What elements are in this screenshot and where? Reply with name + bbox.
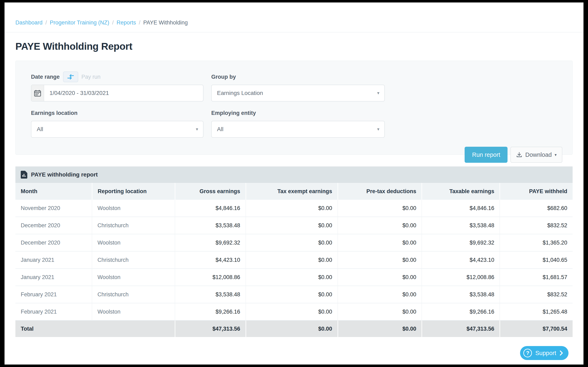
date-range-input-group [31,85,203,101]
employing-entity-value: All [217,126,223,133]
breadcrumb-current: PAYE Withholding [143,19,188,26]
table-row: February 2021 Woolston $9,266.16 $0.00 $… [16,303,572,321]
employing-entity-label: Employing entity [211,108,385,117]
table-row: December 2020 Woolston $9,692.32 $0.00 $… [16,234,572,251]
employing-entity-select[interactable]: All ▾ [211,121,385,138]
paye-report-table: Month Reporting location Gross earnings … [16,183,572,337]
total-pre-tax-deductions: $0.00 [338,321,422,337]
calendar-icon [34,89,41,97]
table-total-row: Total $47,313.56 $0.00 $0.00 $47,313.56 … [16,321,572,337]
breadcrumb-link-business[interactable]: Progenitor Training (NZ) [50,19,109,26]
chevron-down-icon: ▾ [555,152,556,157]
total-label: Total [16,321,175,337]
app-window: Dashboard / Progenitor Training (NZ) / R… [5,2,583,365]
report-table-card: PAYE withholding report Month Reporting … [16,167,572,337]
breadcrumb-separator: / [45,19,47,26]
report-document-icon [21,171,27,179]
column-header-tax-exempt-earnings: Tax exempt earnings [246,183,338,200]
total-gross-earnings: $47,313.56 [175,321,246,337]
run-report-button[interactable]: Run report [465,147,507,163]
chevron-right-icon [559,350,563,356]
chevron-down-icon: ▾ [196,126,198,132]
table-header-row: Month Reporting location Gross earnings … [16,183,572,200]
employing-entity-field: Employing entity All ▾ [211,108,385,138]
download-icon [516,152,522,158]
table-row: November 2020 Woolston $4,846.16 $0.00 $… [16,200,572,217]
column-header-gross-earnings: Gross earnings [175,183,246,200]
table-row: December 2020 Christchurch $3,538.48 $0.… [16,217,572,234]
support-row: ? Support [16,346,572,360]
report-caption-bar: PAYE withholding report [16,167,572,183]
chevron-down-icon: ▾ [377,126,379,132]
date-range-input[interactable] [44,85,203,101]
date-range-label: Date range [31,74,60,80]
swap-arrows-icon [67,74,74,80]
breadcrumb-link-dashboard[interactable]: Dashboard [16,19,42,26]
date-payrun-toggle-button[interactable] [63,72,78,82]
screenshot-frame: Dashboard / Progenitor Training (NZ) / R… [0,0,588,367]
date-range-field: Date range [31,72,203,101]
total-paye-withheld: $7,700.54 [499,321,572,337]
page-title: PAYE Withholding Report [16,41,572,52]
column-header-pre-tax-deductions: Pre-tax deductions [338,183,422,200]
chevron-down-icon: ▾ [377,90,379,96]
breadcrumb-bar: Dashboard / Progenitor Training (NZ) / R… [5,2,583,33]
filter-actions: Run report Download [31,147,562,163]
table-row: February 2021 Christchurch $3,538.48 $0.… [16,286,572,303]
earnings-location-field: Earnings location All ▾ [31,108,203,138]
table-row: January 2021 Christchurch $4,423.10 $0.0… [16,251,572,269]
breadcrumb-separator: / [112,19,114,26]
pay-run-label: Pay run [81,74,101,80]
breadcrumb: Dashboard / Progenitor Training (NZ) / R… [5,19,199,32]
download-button-label: Download [525,151,552,158]
report-title: PAYE withholding report [31,171,98,178]
group-by-field: Group by Earnings Location ▾ [211,72,385,101]
group-by-label: Group by [211,72,385,81]
filter-panel: Date range [16,61,572,155]
group-by-value: Earnings Location [217,90,263,96]
question-icon: ? [523,349,532,357]
column-header-paye-withheld: PAYE withheld [499,183,572,200]
download-button[interactable]: Download ▾ [510,147,562,163]
calendar-addon [32,85,44,101]
earnings-location-label: Earnings location [31,108,203,117]
group-by-select[interactable]: Earnings Location ▾ [211,85,385,101]
earnings-location-value: All [37,126,43,133]
total-tax-exempt-earnings: $0.00 [246,321,338,337]
support-button[interactable]: ? Support [520,346,569,360]
support-button-label: Support [535,350,556,357]
earnings-location-select[interactable]: All ▾ [31,121,203,138]
table-row: January 2021 Woolston $12,008.86 $0.00 $… [16,269,572,286]
breadcrumb-separator: / [139,19,140,26]
breadcrumb-link-reports[interactable]: Reports [117,19,136,26]
column-header-taxable-earnings: Taxable earnings [421,183,499,200]
column-header-month: Month [16,183,92,200]
total-taxable-earnings: $47,313.56 [421,321,499,337]
column-header-reporting-location: Reporting location [92,183,175,200]
